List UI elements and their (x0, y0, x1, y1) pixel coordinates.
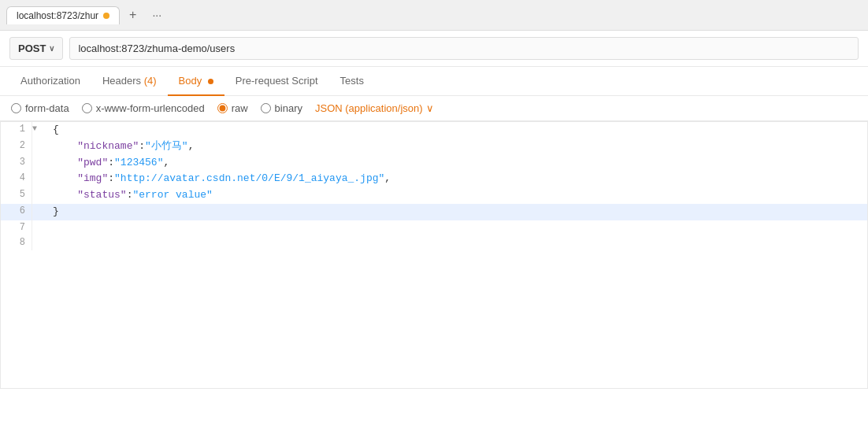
method-dropdown[interactable]: POST ∨ (9, 37, 63, 60)
code-line-1: 1 ▼ { (1, 122, 867, 139)
option-binary[interactable]: binary (261, 102, 302, 114)
option-form-data[interactable]: form-data (11, 102, 69, 114)
body-options: form-data x-www-form-urlencoded raw bina… (0, 96, 868, 121)
code-line-7: 7 (1, 220, 867, 235)
code-line-6: 6 } (1, 204, 867, 220)
tab-dot (103, 13, 109, 19)
option-x-www-form-urlencoded[interactable]: x-www-form-urlencoded (82, 102, 205, 114)
code-editor[interactable]: 1 ▼ { 2 "nickname":"小竹马", 3 "pwd":"12345… (0, 121, 868, 389)
request-bar: POST ∨ (0, 31, 868, 67)
code-line-2: 2 "nickname":"小竹马", (1, 139, 867, 155)
option-raw[interactable]: raw (217, 102, 248, 114)
tab-headers[interactable]: Headers (4) (91, 67, 168, 96)
method-label: POST (18, 43, 46, 54)
format-chevron: ∨ (426, 102, 434, 114)
headers-badge: (4) (144, 75, 157, 87)
tab-menu-button[interactable]: ··· (146, 6, 168, 24)
tab-authorization[interactable]: Authorization (9, 67, 91, 96)
body-active-dot (208, 79, 213, 84)
browser-tab[interactable]: localhost:8723/zhur (6, 6, 120, 24)
tabs-row: Authorization Headers (4) Body Pre-reque… (0, 67, 868, 96)
browser-chrome: localhost:8723/zhur + ··· (0, 0, 868, 31)
method-chevron: ∨ (49, 44, 54, 53)
url-input[interactable] (69, 37, 859, 60)
format-label: JSON (application/json) (315, 102, 423, 114)
app-container: POST ∨ Authorization Headers (4) Body Pr… (0, 31, 868, 440)
code-lines: 1 ▼ { 2 "nickname":"小竹马", 3 "pwd":"12345… (1, 122, 867, 250)
tab-pre-request[interactable]: Pre-request Script (224, 67, 329, 96)
tab-body[interactable]: Body (168, 67, 224, 96)
format-dropdown[interactable]: JSON (application/json) ∨ (315, 102, 434, 114)
code-line-4: 4 "img":"http://avatar.csdn.net/0/E/9/1_… (1, 171, 867, 187)
tab-bar: localhost:8723/zhur + ··· (6, 5, 168, 25)
new-tab-button[interactable]: + (123, 5, 143, 25)
code-line-5: 5 "status":"error value" (1, 187, 867, 204)
tab-tests[interactable]: Tests (329, 67, 375, 96)
code-line-3: 3 "pwd":"123456", (1, 155, 867, 172)
browser-tab-label: localhost:8723/zhur (17, 10, 98, 21)
code-line-8: 8 (1, 235, 867, 250)
